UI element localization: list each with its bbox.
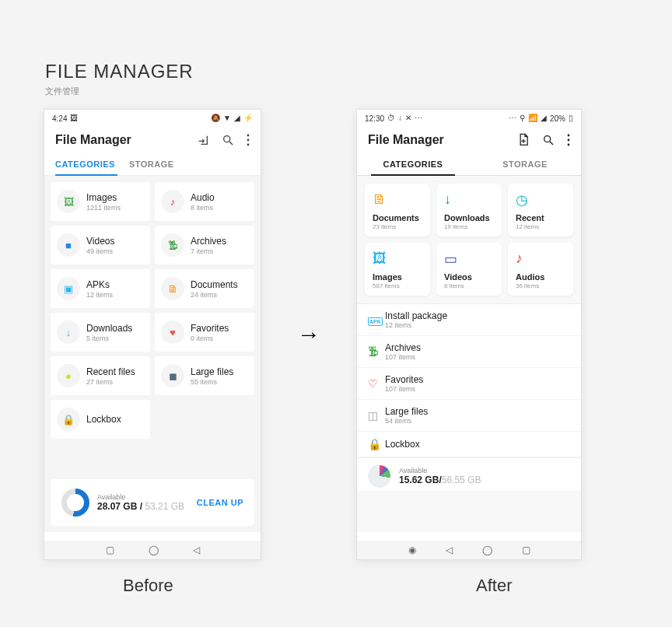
storage-card[interactable]: Available 28.07 GB / 53.21 GB CLEAN UP <box>51 479 254 526</box>
status-battery-pct: 20% <box>550 114 565 123</box>
category-count: 27 items <box>86 378 135 386</box>
status-mute-icon: 🔕 <box>211 114 220 122</box>
svg-point-3 <box>247 139 250 142</box>
category-count: 36 items <box>516 282 565 289</box>
category-count: 19 items <box>444 223 494 230</box>
nav-home-icon[interactable]: ◯ <box>482 545 492 555</box>
category-card[interactable]: 🔒Lockbox <box>51 400 150 439</box>
tab-storage[interactable]: STORAGE <box>469 152 581 175</box>
category-label: Images <box>373 272 422 282</box>
category-card[interactable]: 🗜Archives7 items <box>155 226 254 264</box>
nav-target-icon[interactable]: ◉ <box>408 545 416 555</box>
row-count: 107 items <box>385 353 421 361</box>
category-label: Images <box>86 192 121 203</box>
nav-recent-icon[interactable]: ▢ <box>106 545 114 555</box>
search-icon[interactable] <box>222 134 234 146</box>
status-time: 4:24 <box>52 114 67 123</box>
nav-home-icon[interactable]: ◯ <box>149 545 159 555</box>
category-count: 55 items <box>191 378 233 386</box>
row-count: 107 items <box>385 385 423 393</box>
category-card[interactable]: ●Recent files27 items <box>51 356 150 395</box>
transfer-icon[interactable] <box>197 134 209 146</box>
category-grid: 🗎Documents23 items↓Downloads19 items◷Rec… <box>357 176 581 303</box>
category-card[interactable]: ♪Audio8 items <box>155 182 254 221</box>
label-before: Before <box>123 576 173 596</box>
storage-used: 28.07 GB <box>97 501 137 512</box>
category-card[interactable]: ▭Videos8 items <box>436 243 502 296</box>
storage-card[interactable]: Available 15.62 GB/56.55 GB <box>357 457 581 491</box>
category-card[interactable]: 🗎Documents23 items <box>365 184 430 236</box>
nav-back-icon[interactable]: ◁ <box>446 545 453 555</box>
storage-donut-icon <box>61 489 89 517</box>
svg-line-6 <box>550 142 553 145</box>
list-item[interactable]: ◫Large files54 items <box>357 400 581 432</box>
category-count: 49 items <box>86 247 114 255</box>
category-card[interactable]: ◼Large files55 items <box>155 356 254 395</box>
category-label: Lockbox <box>86 414 121 425</box>
category-count: 23 items <box>373 223 422 230</box>
row-icon: APK <box>368 314 385 326</box>
category-card[interactable]: 🖼Images1211 items <box>51 182 150 221</box>
nav-recent-icon[interactable]: ▢ <box>522 545 530 555</box>
category-icon: ■ <box>57 233 80 257</box>
category-icon: 🖼 <box>373 250 422 268</box>
category-list: APKInstall package12 items🗜Archives107 i… <box>357 303 581 457</box>
app-bar: File Manager <box>44 127 261 152</box>
list-item[interactable]: APKInstall package12 items <box>357 304 581 336</box>
cleanup-button[interactable]: CLEAN UP <box>197 498 243 507</box>
category-label: Audios <box>516 272 565 282</box>
category-card[interactable]: 🗎Documents24 items <box>155 269 254 308</box>
category-icon: ◷ <box>516 191 565 208</box>
tab-storage[interactable]: STORAGE <box>126 152 185 175</box>
category-icon: ● <box>57 364 80 387</box>
list-item[interactable]: ♡Favorites107 items <box>357 368 581 400</box>
row-count: 12 items <box>385 321 447 329</box>
status-download-icon: ↓ <box>398 114 402 122</box>
search-icon[interactable] <box>542 134 555 146</box>
row-icon: 🗜 <box>368 345 385 358</box>
row-label: Favorites <box>385 374 423 385</box>
category-icon: ♪ <box>516 250 565 268</box>
category-count: 24 items <box>191 291 238 299</box>
nav-back-icon[interactable]: ◁ <box>193 545 200 555</box>
list-item[interactable]: 🗜Archives107 items <box>357 336 581 368</box>
category-card[interactable]: ■Videos49 items <box>51 226 150 264</box>
category-icon: 🔒 <box>57 408 80 431</box>
category-label: Large files <box>191 366 233 377</box>
status-wifi-icon: ▼ <box>223 114 231 122</box>
row-icon: ◫ <box>368 409 385 422</box>
status-charge-icon: ⚡ <box>243 114 253 122</box>
tab-categories[interactable]: CATEGORIES <box>357 152 469 175</box>
tabs: CATEGORIES STORAGE <box>357 152 581 176</box>
list-item[interactable]: 🔒Lockbox <box>357 432 581 457</box>
svg-point-4 <box>247 144 250 146</box>
svg-point-9 <box>568 144 570 146</box>
status-key-icon: ⚲ <box>520 114 525 122</box>
category-icon: ▭ <box>444 250 494 268</box>
phone-before: 4:24 🖼 🔕 ▼ ◢ ⚡ File Manager <box>44 109 261 560</box>
category-card[interactable]: ♪Audios36 items <box>508 243 573 296</box>
category-card[interactable]: ▣APKs12 items <box>51 269 150 308</box>
category-label: Videos <box>86 236 114 247</box>
category-label: APKs <box>86 279 113 290</box>
addfile-icon[interactable] <box>517 133 530 147</box>
status-signal-icon: ◢ <box>541 114 547 122</box>
category-card[interactable]: ↓Downloads19 items <box>436 184 502 236</box>
storage-total: 53.21 GB <box>145 501 184 512</box>
category-card[interactable]: 🖼Images587 items <box>365 243 430 296</box>
tabs: CATEGORIES STORAGE <box>44 152 261 176</box>
category-icon: ↓ <box>444 191 494 208</box>
category-card[interactable]: ◷Recent12 items <box>508 184 573 236</box>
category-card[interactable]: ↓Downloads5 items <box>51 313 150 352</box>
category-icon: 🖼 <box>57 190 80 213</box>
category-label: Downloads <box>444 213 494 222</box>
category-label: Documents <box>373 213 422 222</box>
category-label: Favorites <box>191 323 229 334</box>
arrow-icon: → <box>285 321 333 348</box>
overflow-icon[interactable] <box>247 134 250 146</box>
status-close-icon: ✕ <box>405 114 411 122</box>
category-card[interactable]: ♥Favorites0 items <box>155 313 254 352</box>
row-icon: ♡ <box>368 377 385 390</box>
overflow-icon[interactable] <box>567 134 570 146</box>
tab-categories[interactable]: CATEGORIES <box>44 152 126 175</box>
